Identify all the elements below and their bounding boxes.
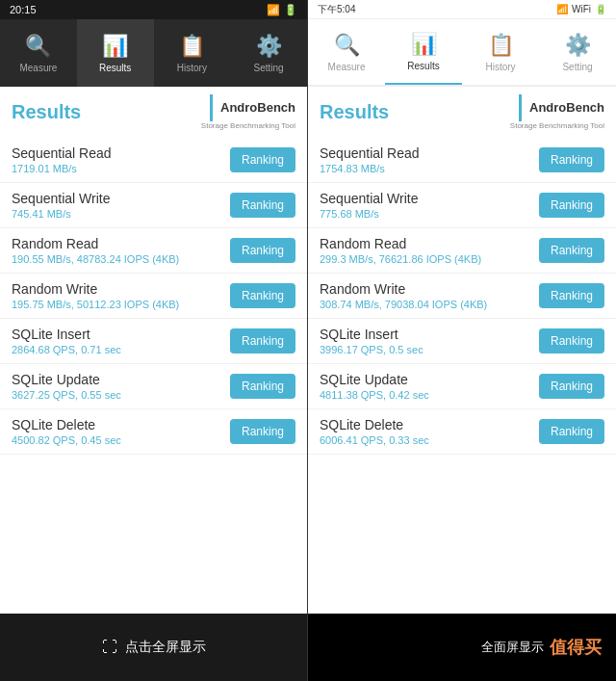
bench-row-rand-write-right: Random Write 308.74 MB/s, 79038.04 IOPS … — [308, 274, 616, 319]
battery-icon-right: 🔋 — [595, 4, 606, 14]
measure-icon-right: 🔍 — [334, 33, 360, 58]
status-bar-left: 20:15 📶 🔋 — [0, 0, 307, 19]
bench-value-seq-write-right: 775.68 MB/s — [320, 208, 539, 220]
bench-name-seq-read-right: Sequential Read — [320, 145, 539, 161]
bench-name-sqlite-update-left: SQLite Update — [12, 372, 230, 387]
ranking-btn-sqlite-update-left[interactable]: Ranking — [230, 374, 295, 399]
phone-right: 下午5:04 📶 WiFi 🔋 🔍 Measure 📊 Results 📋 Hi… — [308, 0, 616, 681]
content-area-right: Sequential Read 1754.83 MB/s Ranking Seq… — [308, 138, 616, 614]
ranking-btn-seq-write-left[interactable]: Ranking — [230, 193, 295, 218]
bench-info-rand-write-left: Random Write 195.75 MB/s, 50112.23 IOPS … — [12, 281, 230, 310]
bench-value-rand-write-left: 195.75 MB/s, 50112.23 IOPS (4KB) — [12, 299, 230, 310]
bottom-text-right: 全面屏显示 — [481, 639, 544, 656]
setting-label-right: Setting — [562, 62, 592, 72]
bench-row-rand-read-right: Random Read 299.3 MB/s, 76621.86 IOPS (4… — [308, 228, 616, 274]
measure-icon-left: 🔍 — [25, 34, 51, 59]
bottom-text-left: 点击全屏显示 — [125, 639, 206, 656]
results-icon-left: 📊 — [102, 34, 128, 59]
ab-name-left: AndroBench — [220, 100, 295, 115]
ranking-btn-rand-read-right[interactable]: Ranking — [539, 238, 604, 263]
bench-info-seq-read-left: Sequential Read 1719.01 MB/s — [12, 145, 230, 174]
bench-name-sqlite-delete-right: SQLite Delete — [320, 417, 539, 432]
results-label-right: Results — [407, 61, 439, 71]
ranking-btn-rand-write-right[interactable]: Ranking — [539, 283, 604, 308]
ranking-btn-rand-read-left[interactable]: Ranking — [230, 238, 295, 263]
setting-icon-left: ⚙️ — [256, 34, 282, 59]
ranking-btn-sqlite-delete-left[interactable]: Ranking — [230, 419, 295, 444]
bottom-bar-left[interactable]: ⛶ 点击全屏显示 — [0, 614, 307, 681]
status-bar-right: 下午5:04 📶 WiFi 🔋 — [308, 0, 616, 19]
bench-info-seq-write-right: Sequential Write 775.68 MB/s — [320, 191, 539, 220]
nav-tabs-left: 🔍 Measure 📊 Results 📋 History ⚙️ Setting — [0, 19, 307, 87]
bench-name-seq-read-left: Sequential Read — [12, 145, 230, 161]
wifi-icon-right: WiFi — [572, 4, 591, 14]
tab-measure-left[interactable]: 🔍 Measure — [0, 19, 77, 87]
ab-sub-right: Storage Benchmarking Tool — [510, 121, 604, 130]
bench-row-seq-read-right: Sequential Read 1754.83 MB/s Ranking — [308, 138, 616, 183]
results-title-left: Results — [12, 101, 81, 123]
bench-info-sqlite-insert-right: SQLite Insert 3996.17 QPS, 0.5 sec — [320, 327, 539, 355]
tab-measure-right[interactable]: 🔍 Measure — [308, 19, 385, 85]
tab-history-right[interactable]: 📋 History — [462, 19, 539, 85]
ranking-btn-seq-read-left[interactable]: Ranking — [230, 147, 295, 172]
ranking-btn-sqlite-delete-right[interactable]: Ranking — [539, 419, 604, 444]
history-icon-left: 📋 — [179, 34, 205, 59]
bench-info-rand-write-right: Random Write 308.74 MB/s, 79038.04 IOPS … — [320, 281, 539, 310]
time-left: 20:15 — [10, 4, 37, 15]
ranking-btn-sqlite-insert-left[interactable]: Ranking — [230, 328, 295, 354]
bench-info-seq-read-right: Sequential Read 1754.83 MB/s — [320, 145, 539, 174]
bench-name-rand-read-left: Random Read — [12, 236, 230, 251]
ranking-btn-sqlite-insert-right[interactable]: Ranking — [539, 328, 604, 354]
results-header-left: Results AndroBench Storage Benchmarking … — [0, 87, 307, 138]
tab-setting-right[interactable]: ⚙️ Setting — [539, 19, 616, 85]
measure-label-right: Measure — [328, 62, 366, 72]
history-label-right: History — [485, 62, 515, 72]
bottom-bar-right[interactable]: 全面屏显示 值得买 — [308, 614, 616, 681]
ranking-btn-rand-write-left[interactable]: Ranking — [230, 283, 295, 308]
bench-row-sqlite-delete-left: SQLite Delete 4500.82 QPS, 0.45 sec Rank… — [0, 409, 307, 455]
bench-value-seq-read-left: 1719.01 MB/s — [12, 163, 230, 174]
bench-row-sqlite-delete-right: SQLite Delete 6006.41 QPS, 0.33 sec Rank… — [308, 409, 616, 455]
bench-row-rand-read-left: Random Read 190.55 MB/s, 48783.24 IOPS (… — [0, 228, 307, 274]
ab-bar-left — [210, 94, 213, 121]
setting-icon-right: ⚙️ — [565, 33, 591, 58]
measure-label-left: Measure — [19, 63, 57, 73]
bench-value-sqlite-insert-right: 3996.17 QPS, 0.5 sec — [320, 344, 539, 355]
bench-info-sqlite-update-left: SQLite Update 3627.25 QPS, 0.55 sec — [12, 372, 230, 401]
bench-value-sqlite-update-right: 4811.38 QPS, 0.42 sec — [320, 389, 539, 401]
tab-results-left[interactable]: 📊 Results — [77, 19, 154, 87]
bench-name-rand-write-right: Random Write — [320, 281, 539, 297]
status-icons-left: 📶 🔋 — [267, 4, 297, 16]
ranking-btn-seq-write-right[interactable]: Ranking — [539, 193, 604, 218]
tab-setting-left[interactable]: ⚙️ Setting — [230, 19, 307, 87]
bench-value-rand-read-right: 299.3 MB/s, 76621.86 IOPS (4KB) — [320, 253, 539, 265]
bench-row-seq-read-left: Sequential Read 1719.01 MB/s Ranking — [0, 138, 307, 183]
bench-value-seq-write-left: 745.41 MB/s — [12, 208, 230, 220]
bench-row-sqlite-insert-left: SQLite Insert 2864.68 QPS, 0.71 sec Rank… — [0, 319, 307, 364]
bench-info-sqlite-delete-right: SQLite Delete 6006.41 QPS, 0.33 sec — [320, 417, 539, 446]
bench-value-sqlite-insert-left: 2864.68 QPS, 0.71 sec — [12, 344, 230, 355]
ranking-btn-seq-read-right[interactable]: Ranking — [539, 147, 604, 172]
bench-value-rand-write-right: 308.74 MB/s, 79038.04 IOPS (4KB) — [320, 299, 539, 310]
bench-name-seq-write-right: Sequential Write — [320, 191, 539, 206]
ab-name-right: AndroBench — [529, 100, 604, 115]
bench-info-rand-read-right: Random Read 299.3 MB/s, 76621.86 IOPS (4… — [320, 236, 539, 265]
bench-row-seq-write-right: Sequential Write 775.68 MB/s Ranking — [308, 183, 616, 228]
wifi-icon-left: 📶 — [267, 4, 280, 16]
androbench-logo-left: AndroBench Storage Benchmarking Tool — [201, 94, 295, 130]
results-icon-right: 📊 — [411, 32, 437, 57]
bench-info-sqlite-insert-left: SQLite Insert 2864.68 QPS, 0.71 sec — [12, 327, 230, 355]
tab-results-right[interactable]: 📊 Results — [385, 19, 462, 85]
bench-name-seq-write-left: Sequential Write — [12, 191, 230, 206]
bench-name-rand-write-left: Random Write — [12, 281, 230, 297]
bench-value-sqlite-update-left: 3627.25 QPS, 0.55 sec — [12, 389, 230, 401]
ranking-btn-sqlite-update-right[interactable]: Ranking — [539, 374, 604, 399]
ab-bar-right — [519, 94, 522, 121]
bench-row-sqlite-update-left: SQLite Update 3627.25 QPS, 0.55 sec Rank… — [0, 364, 307, 409]
fullscreen-icon-left: ⛶ — [102, 639, 117, 656]
history-label-left: History — [177, 63, 207, 73]
signal-icon-right: 📶 — [556, 4, 568, 14]
bench-name-sqlite-insert-right: SQLite Insert — [320, 327, 539, 342]
results-header-right: Results AndroBench Storage Benchmarking … — [308, 87, 616, 138]
tab-history-left[interactable]: 📋 History — [154, 19, 231, 87]
